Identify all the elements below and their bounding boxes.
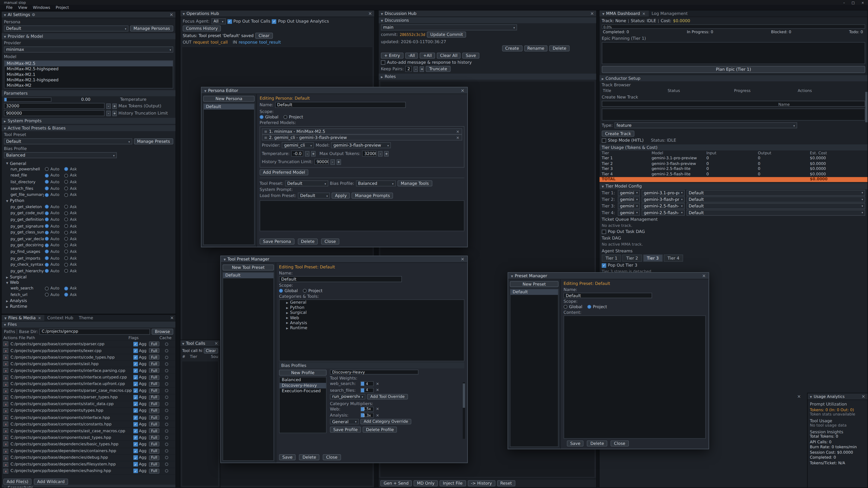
- remove-file-button[interactable]: x: [3, 435, 8, 440]
- auto-radio[interactable]: [45, 230, 49, 234]
- remove-file-button[interactable]: x: [3, 388, 8, 393]
- discussions-section-header[interactable]: ▼Discussions: [379, 17, 596, 23]
- remove-model-icon[interactable]: ×: [456, 135, 460, 140]
- track-type-select[interactable]: feature▾: [614, 122, 797, 128]
- full-flag-button[interactable]: Full: [149, 428, 159, 433]
- stream-tab-tier-4[interactable]: Tier 4: [664, 255, 683, 262]
- bias-profile-select[interactable]: Balanced▾: [356, 180, 396, 186]
- cache-indicator[interactable]: [165, 356, 168, 359]
- auto-add-checkbox[interactable]: [381, 60, 385, 65]
- remove-file-button[interactable]: x: [3, 348, 8, 353]
- ask-radio[interactable]: [64, 250, 68, 254]
- profile-name-input[interactable]: Discovery-Heavy: [330, 369, 418, 375]
- tier-model-select[interactable]: gemini-3.1-pro-preview▾: [642, 190, 685, 196]
- stream-tab-tier-3[interactable]: Tier 3: [643, 255, 662, 262]
- add-files-button[interactable]: Add File(s): [3, 479, 32, 485]
- decrement-button[interactable]: -: [106, 110, 111, 116]
- apply-button[interactable]: Apply: [332, 193, 350, 199]
- cache-indicator[interactable]: [165, 422, 168, 426]
- collapse-icon[interactable]: ▼: [4, 13, 6, 17]
- agg-checkbox[interactable]: ✓: [133, 368, 138, 373]
- cache-indicator[interactable]: [165, 409, 168, 413]
- ask-radio[interactable]: [64, 243, 68, 247]
- full-flag-button[interactable]: Full: [149, 462, 159, 467]
- decrement-button[interactable]: -: [305, 151, 310, 156]
- slider-thumb[interactable]: [4, 98, 7, 101]
- composer-button[interactable]: Reset: [497, 480, 515, 486]
- entry-button[interactable]: + Entry: [381, 53, 403, 59]
- scrollbar[interactable]: [463, 382, 465, 439]
- screenshots-section-header[interactable]: ▼Screenshots: [2, 485, 176, 488]
- cache-indicator[interactable]: [165, 389, 168, 392]
- full-flag-button[interactable]: Full: [149, 468, 159, 474]
- full-flag-button[interactable]: Full: [149, 422, 159, 427]
- tool-preset-name-input[interactable]: Default: [279, 276, 402, 282]
- entry-button[interactable]: +All: [420, 53, 435, 59]
- agg-checkbox[interactable]: ✓: [133, 422, 138, 427]
- save-profile-button[interactable]: Save Profile: [330, 427, 361, 433]
- cache-indicator[interactable]: [165, 443, 168, 446]
- category-multiplier-slider[interactable]: 1.3x: [360, 413, 374, 418]
- ask-radio[interactable]: [64, 218, 68, 222]
- auto-radio[interactable]: [45, 180, 49, 184]
- auto-radio[interactable]: [45, 174, 49, 177]
- browse-button[interactable]: Browse: [151, 328, 173, 334]
- detached-panel-close-icon[interactable]: ×: [797, 394, 801, 399]
- tool-preset-list-item[interactable]: Default: [223, 273, 274, 278]
- tier-provider-select[interactable]: gemini▾: [618, 203, 640, 209]
- remove-file-button[interactable]: x: [3, 402, 8, 407]
- drag-handle-icon[interactable]: ≡: [264, 135, 267, 140]
- full-flag-button[interactable]: Full: [149, 341, 159, 346]
- scope-project-radio[interactable]: [587, 305, 591, 308]
- tool-group-header[interactable]: ▶Surgical: [2, 274, 176, 280]
- close-button[interactable]: Close: [321, 238, 339, 245]
- full-flag-button[interactable]: Full: [149, 361, 159, 366]
- entry-button[interactable]: Clear All: [437, 53, 461, 59]
- ask-radio[interactable]: [64, 174, 68, 177]
- full-flag-button[interactable]: Full: [149, 388, 159, 393]
- cache-indicator[interactable]: [165, 383, 168, 386]
- full-flag-button[interactable]: Full: [149, 449, 159, 453]
- temperature-slider[interactable]: [4, 97, 52, 102]
- delete-button[interactable]: Delete: [299, 454, 319, 460]
- tool-override-select[interactable]: run_powershell▾: [330, 394, 366, 399]
- gear-icon[interactable]: ⚙: [32, 12, 35, 17]
- agg-checkbox[interactable]: ✓: [133, 375, 138, 380]
- parameters-section-header[interactable]: Parameters: [2, 90, 176, 96]
- auto-radio[interactable]: [45, 287, 49, 290]
- delete-persona-button[interactable]: Delete: [298, 238, 318, 245]
- auto-radio[interactable]: [45, 250, 49, 254]
- composer-button[interactable]: Inject File: [439, 480, 466, 486]
- increment-button[interactable]: +: [112, 110, 117, 116]
- full-flag-button[interactable]: Full: [149, 415, 159, 420]
- decrement-button[interactable]: -: [414, 66, 418, 72]
- delete-discussion-button[interactable]: Delete: [549, 45, 569, 52]
- add-wildcard-button[interactable]: Add Wildcard: [34, 479, 68, 485]
- full-flag-button[interactable]: Full: [149, 382, 159, 387]
- provider-select[interactable]: minimax▾: [4, 46, 173, 53]
- ask-radio[interactable]: [64, 193, 68, 197]
- category-row[interactable]: ▶Analysis: [280, 320, 464, 325]
- cache-indicator[interactable]: [165, 342, 168, 346]
- new-tool-preset-button[interactable]: New Tool Preset: [222, 265, 274, 271]
- bias-profile-item[interactable]: Balanced: [280, 377, 326, 383]
- persona-list-item[interactable]: Default: [204, 104, 254, 109]
- model-option[interactable]: MiniMax-M2.1-highspeed: [4, 77, 173, 83]
- provider-select[interactable]: gemini_cli▾: [282, 142, 314, 148]
- maximize-icon[interactable]: □: [851, 0, 855, 4]
- collapse-icon[interactable]: ▼: [381, 12, 383, 15]
- scope-global-radio[interactable]: [279, 289, 283, 293]
- tool-group-header[interactable]: ▶Runtime: [2, 304, 176, 309]
- remove-file-button[interactable]: x: [3, 428, 8, 433]
- tier-provider-select[interactable]: gemini▾: [618, 209, 640, 216]
- pop-out-tool-calls-checkbox[interactable]: ✓: [227, 19, 232, 24]
- category-row[interactable]: ▶Web: [280, 315, 464, 320]
- ask-radio[interactable]: [64, 205, 68, 209]
- tier-preset-select[interactable]: Default▾: [686, 196, 865, 202]
- auto-radio[interactable]: [45, 186, 49, 190]
- load-from-preset-select[interactable]: Default▾: [298, 193, 330, 199]
- roles-section-header[interactable]: ▶Roles: [379, 74, 596, 80]
- max-tokens-input[interactable]: 32000: [4, 103, 105, 109]
- pop-out-task-dag-checkbox[interactable]: [602, 229, 606, 234]
- agg-checkbox[interactable]: ✓: [133, 355, 138, 360]
